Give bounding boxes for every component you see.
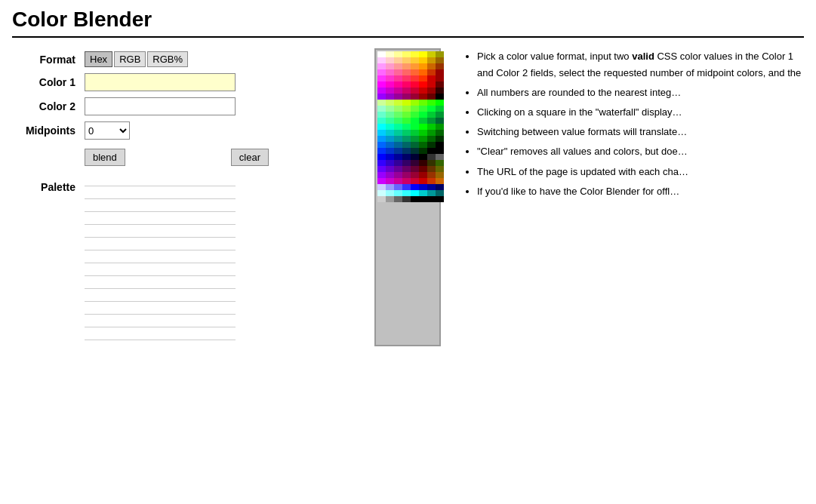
waterfall-cell[interactable] [411,106,419,112]
format-rgb-button[interactable]: RGB [114,51,146,67]
waterfall-cell[interactable] [394,124,402,130]
waterfall-cell[interactable] [402,57,411,63]
waterfall-cell[interactable] [377,94,386,100]
waterfall-cell[interactable] [402,160,411,166]
waterfall-cell[interactable] [402,172,411,178]
waterfall-cell[interactable] [419,94,427,100]
waterfall-cell[interactable] [436,100,444,106]
waterfall-cell[interactable] [386,75,394,81]
waterfall-cell[interactable] [386,112,394,118]
waterfall-cell[interactable] [377,154,386,160]
waterfall-cell[interactable] [386,106,394,112]
waterfall-cell[interactable] [394,100,402,106]
waterfall-cell[interactable] [411,124,419,130]
waterfall-cell[interactable] [419,124,427,130]
waterfall-cell[interactable] [427,166,436,172]
waterfall-cell[interactable] [394,190,402,196]
waterfall-cell[interactable] [394,57,402,63]
waterfall-cell[interactable] [377,100,386,106]
waterfall-cell[interactable] [377,130,386,136]
waterfall-cell[interactable] [427,196,436,202]
waterfall-cell[interactable] [436,196,444,202]
waterfall-cell[interactable] [427,136,436,142]
waterfall-cell[interactable] [427,130,436,136]
waterfall-cell[interactable] [394,148,402,154]
waterfall-cell[interactable] [436,142,444,148]
waterfall-cell[interactable] [402,63,411,69]
waterfall-cell[interactable] [427,154,436,160]
waterfall-cell[interactable] [394,106,402,112]
waterfall-cell[interactable] [436,130,444,136]
waterfall-cell[interactable] [427,142,436,148]
waterfall-cell[interactable] [377,166,386,172]
midpoints-select[interactable]: 0 1 2 3 4 5 [85,121,130,140]
waterfall-cell[interactable] [377,184,386,190]
waterfall-cell[interactable] [419,51,427,57]
waterfall-cell[interactable] [427,106,436,112]
waterfall-cell[interactable] [386,184,394,190]
waterfall-cell[interactable] [427,118,436,124]
waterfall-cell[interactable] [419,112,427,118]
waterfall-cell[interactable] [411,136,419,142]
waterfall-cell[interactable] [411,154,419,160]
waterfall-cell[interactable] [386,148,394,154]
waterfall-cell[interactable] [436,172,444,178]
waterfall-cell[interactable] [436,154,444,160]
waterfall-cell[interactable] [394,130,402,136]
waterfall-cell[interactable] [411,172,419,178]
waterfall-cell[interactable] [377,172,386,178]
waterfall-cell[interactable] [436,63,444,69]
waterfall-cell[interactable] [411,196,419,202]
waterfall-cell[interactable] [377,136,386,142]
waterfall-cell[interactable] [377,112,386,118]
waterfall-cell[interactable] [419,172,427,178]
waterfall-cell[interactable] [436,166,444,172]
waterfall-cell[interactable] [411,184,419,190]
waterfall-cell[interactable] [394,88,402,94]
waterfall-cell[interactable] [411,160,419,166]
waterfall-cell[interactable] [436,75,444,81]
waterfall-cell[interactable] [411,178,419,184]
color1-input[interactable] [85,73,236,91]
waterfall-cell[interactable] [377,148,386,154]
waterfall-cell[interactable] [419,69,427,75]
waterfall-cell[interactable] [377,81,386,88]
waterfall-cell[interactable] [394,160,402,166]
waterfall-cell[interactable] [436,51,444,57]
waterfall-cell[interactable] [377,196,386,202]
waterfall-cell[interactable] [402,196,411,202]
waterfall-cell[interactable] [386,142,394,148]
waterfall-cell[interactable] [427,75,436,81]
waterfall-cell[interactable] [394,172,402,178]
waterfall-cell[interactable] [436,57,444,63]
waterfall-cell[interactable] [377,106,386,112]
waterfall-cell[interactable] [436,136,444,142]
waterfall-cell[interactable] [436,112,444,118]
waterfall-cell[interactable] [427,51,436,57]
waterfall-cell[interactable] [427,81,436,88]
waterfall-cell[interactable] [394,63,402,69]
waterfall-cell[interactable] [436,190,444,196]
waterfall-cell[interactable] [402,124,411,130]
waterfall-cell[interactable] [386,178,394,184]
waterfall-cell[interactable] [394,69,402,75]
waterfall-cell[interactable] [394,75,402,81]
waterfall-cell[interactable] [419,75,427,81]
waterfall-cell[interactable] [411,118,419,124]
waterfall-cell[interactable] [394,112,402,118]
waterfall-cell[interactable] [419,196,427,202]
waterfall-cell[interactable] [394,136,402,142]
waterfall-cell[interactable] [436,69,444,75]
waterfall-cell[interactable] [411,148,419,154]
waterfall-cell[interactable] [427,88,436,94]
waterfall-cell[interactable] [402,142,411,148]
waterfall-cell[interactable] [427,63,436,69]
waterfall-cell[interactable] [386,136,394,142]
waterfall-cell[interactable] [377,88,386,94]
waterfall-cell[interactable] [419,106,427,112]
waterfall-cell[interactable] [411,69,419,75]
waterfall-cell[interactable] [411,100,419,106]
waterfall-cell[interactable] [427,190,436,196]
waterfall-cell[interactable] [419,154,427,160]
waterfall-cell[interactable] [419,148,427,154]
